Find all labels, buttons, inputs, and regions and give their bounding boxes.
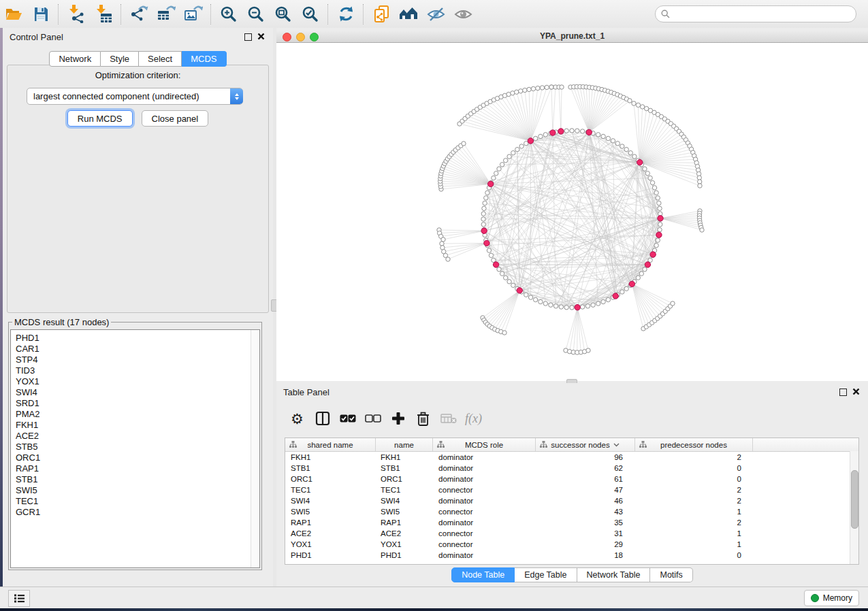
column-header-shared-name[interactable]: shared name: [285, 438, 376, 451]
network-node[interactable]: [632, 154, 637, 159]
mcds-hub-node[interactable]: [656, 232, 662, 237]
network-node[interactable]: [658, 206, 662, 210]
mcds-result-item[interactable]: SWI4: [11, 387, 251, 398]
network-node[interactable]: [543, 301, 547, 306]
network-node[interactable]: [601, 134, 605, 138]
network-node[interactable]: [559, 305, 563, 309]
delete-table-icon[interactable]: [436, 405, 461, 432]
scrollbar-thumb[interactable]: [851, 470, 858, 529]
mcds-hub-node[interactable]: [613, 293, 618, 299]
tab-node-table[interactable]: Node Table: [451, 567, 515, 582]
network-node[interactable]: [624, 286, 628, 291]
mcds-result-item[interactable]: PHD1: [11, 333, 251, 344]
network-node[interactable]: [586, 348, 590, 352]
network-node[interactable]: [536, 86, 540, 90]
network-node[interactable]: [658, 227, 662, 231]
network-node[interactable]: [698, 184, 702, 188]
network-node[interactable]: [507, 154, 511, 159]
table-scrollbar[interactable]: [850, 451, 858, 564]
network-node[interactable]: [636, 103, 640, 107]
network-node[interactable]: [624, 147, 628, 151]
close-panel-icon[interactable]: [257, 33, 265, 40]
network-node[interactable]: [539, 134, 543, 138]
network-node[interactable]: [620, 290, 624, 294]
table-row[interactable]: ACE2ACE2connector311: [285, 528, 858, 539]
zoom-selected-icon[interactable]: [297, 1, 324, 27]
mcds-result-item[interactable]: YOX1: [11, 376, 251, 387]
network-node[interactable]: [580, 129, 584, 133]
network-node[interactable]: [640, 105, 644, 109]
mcds-result-item[interactable]: TEC1: [11, 496, 251, 507]
network-node[interactable]: [515, 147, 519, 151]
deselect-all-icon[interactable]: [360, 405, 385, 432]
float-panel-icon[interactable]: [244, 33, 252, 41]
table-row[interactable]: SWI5SWI5connector431: [285, 506, 858, 517]
network-node[interactable]: [481, 222, 485, 227]
network-node[interactable]: [601, 299, 605, 303]
network-node[interactable]: [549, 303, 553, 307]
show-graphics-details-icon[interactable]: [449, 1, 477, 27]
network-node[interactable]: [524, 293, 528, 297]
tab-style[interactable]: Style: [101, 51, 139, 67]
mcds-result-item[interactable]: FKH1: [11, 420, 251, 431]
column-header-MCDS-role[interactable]: MCDS role: [433, 438, 536, 451]
network-node[interactable]: [482, 206, 486, 210]
network-node[interactable]: [533, 297, 537, 301]
mcds-hub-node[interactable]: [487, 181, 493, 186]
save-icon[interactable]: [27, 1, 54, 27]
tab-network[interactable]: Network: [49, 51, 101, 67]
table-row[interactable]: RAP1RAP1dominator352: [285, 517, 858, 528]
mcds-result-item[interactable]: ORC1: [11, 452, 251, 463]
network-node[interactable]: [494, 171, 498, 176]
network-node[interactable]: [549, 85, 553, 89]
network-node[interactable]: [523, 88, 527, 92]
mcds-hub-node[interactable]: [586, 129, 592, 135]
column-header-name[interactable]: name: [376, 438, 433, 451]
mcds-result-item[interactable]: RAP1: [11, 463, 251, 474]
network-node[interactable]: [507, 280, 511, 284]
network-node[interactable]: [503, 159, 507, 163]
network-node[interactable]: [481, 217, 485, 221]
network-node[interactable]: [539, 299, 543, 303]
mcds-result-item[interactable]: CAR1: [11, 344, 251, 354]
mcds-result-item[interactable]: SWI5: [11, 485, 251, 496]
table-row[interactable]: STB1STB1dominator620: [285, 463, 858, 474]
optimization-criterion-select[interactable]: largest connected component (undirected): [27, 88, 243, 105]
network-node[interactable]: [528, 295, 532, 299]
mcds-hub-node[interactable]: [637, 159, 643, 165]
network-node[interactable]: [656, 196, 660, 200]
mcds-hub-node[interactable]: [558, 129, 564, 134]
network-node[interactable]: [511, 150, 515, 154]
network-node[interactable]: [492, 176, 496, 180]
network-node[interactable]: [652, 186, 656, 190]
network-node[interactable]: [500, 271, 504, 276]
network-node[interactable]: [700, 228, 704, 232]
network-node[interactable]: [585, 304, 590, 308]
mcds-hub-node[interactable]: [481, 228, 487, 233]
mcds-hub-node[interactable]: [575, 305, 580, 310]
network-node[interactable]: [533, 136, 537, 140]
column-header-successor-nodes[interactable]: successor nodes: [536, 438, 635, 451]
network-node[interactable]: [540, 86, 544, 90]
network-node[interactable]: [654, 243, 658, 247]
table-row[interactable]: SWI4SWI4dominator462: [285, 495, 858, 506]
select-all-icon[interactable]: [335, 405, 360, 432]
network-from-file-icon[interactable]: [368, 1, 395, 27]
mcds-result-item[interactable]: GCR1: [11, 507, 251, 518]
network-node[interactable]: [564, 306, 568, 310]
network-node[interactable]: [575, 129, 579, 133]
mcds-result-item[interactable]: STB5: [11, 442, 251, 452]
network-node[interactable]: [645, 171, 649, 176]
mcds-result-item[interactable]: PMA2: [11, 409, 251, 420]
network-node[interactable]: [654, 191, 658, 195]
show-columns-icon[interactable]: [310, 405, 335, 432]
network-node[interactable]: [596, 133, 600, 137]
mcds-result-item[interactable]: TID3: [11, 365, 251, 376]
network-node[interactable]: [636, 276, 640, 280]
mcds-result-item[interactable]: STP4: [11, 354, 251, 365]
network-node[interactable]: [611, 139, 615, 143]
network-node[interactable]: [671, 301, 675, 306]
network-node[interactable]: [606, 297, 610, 301]
network-canvas[interactable]: [276, 42, 868, 381]
network-node[interactable]: [543, 133, 547, 137]
